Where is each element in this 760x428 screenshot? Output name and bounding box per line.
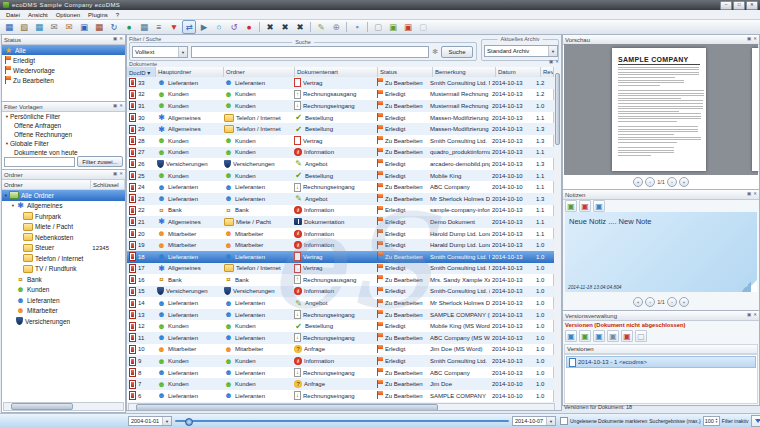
date-from-picker[interactable]: 2004-01-01 ▼	[128, 416, 172, 426]
maximize-button[interactable]: □	[733, 1, 745, 10]
delete-all-icon[interactable]: ✖	[293, 20, 307, 34]
close-button[interactable]: ✕	[746, 1, 758, 10]
results-spinner[interactable]: 100 ▲▼	[703, 416, 720, 426]
show-version-icon[interactable]: ▣	[565, 330, 577, 342]
attachment-icon[interactable]: ⊕	[329, 20, 343, 34]
column-header-datum[interactable]: Datum	[496, 67, 541, 77]
add-document-icon[interactable]: ▣	[386, 20, 400, 34]
table-row[interactable]: 8LieferantenLieferantenRechnungseingangZ…	[127, 367, 554, 379]
column-header-schluessel[interactable]: Schlüssel	[91, 180, 125, 189]
close-icon[interactable]: ✕	[119, 37, 123, 42]
table-row[interactable]: 32KundenKundenRechnungsausgangErledigtMu…	[127, 89, 554, 101]
email-add-icon[interactable]: ✉	[62, 20, 76, 34]
folder-item-bank[interactable]: Bank	[2, 274, 125, 285]
import-version-icon[interactable]: ▣	[593, 330, 605, 342]
search-icon[interactable]: ○	[212, 20, 226, 34]
search-settings-gear-icon[interactable]: ✻	[432, 48, 438, 56]
folder-item-steuer[interactable]: Steuer12345	[2, 243, 125, 254]
save-as-icon[interactable]: ▦	[32, 20, 46, 34]
menu-item-item[interactable]: ?	[112, 12, 123, 18]
float-icon[interactable]: ▣	[113, 104, 117, 109]
table-row[interactable]: 25KundenKundenBestellungErledigtMobile K…	[127, 170, 554, 182]
status-item-alle[interactable]: Alle	[2, 45, 125, 55]
table-row[interactable]: 28KundenKundenVertragZu BearbeitenSmith …	[127, 135, 554, 147]
last-page-button[interactable]: »	[679, 177, 689, 187]
table-row[interactable]: 15VersicherungenVersicherungenInformatio…	[127, 286, 554, 298]
close-icon[interactable]: ✕	[555, 60, 559, 65]
table-row[interactable]: 7KundenKundenAnfrageZu BearbeitenJim Doe…	[127, 378, 554, 390]
table-row[interactable]: 9KundenKundenInformationErledigtSmith Co…	[127, 355, 554, 367]
preview-area[interactable]: SAMPLE COMPANY	[564, 44, 758, 175]
column-header-ordner[interactable]: Ordner	[2, 180, 91, 189]
minimize-button[interactable]: –	[720, 1, 732, 10]
table-row[interactable]: 27KundenKundenInformationZu Bearbeitenqu…	[127, 147, 554, 159]
menu-item-ansicht[interactable]: Ansicht	[24, 12, 52, 18]
folders-hscrollbar[interactable]	[3, 402, 124, 411]
folder-video-icon[interactable]: ▶	[197, 20, 211, 34]
calendar-icon[interactable]: ▦	[92, 20, 106, 34]
delete-icon[interactable]: ✖	[263, 20, 277, 34]
folder-item-fuhrpark[interactable]: Fuhrpark	[2, 211, 125, 222]
folder-item-mitarbeiter[interactable]: Mitarbeiter	[2, 306, 125, 317]
close-icon[interactable]: ✕	[753, 37, 757, 42]
folder-item-miete-pacht[interactable]: Miete / Pacht	[2, 222, 125, 233]
filter-template-pers-nliche-filter[interactable]: ▾Persönliche Filter	[2, 112, 125, 121]
edit-note-icon[interactable]: ▣	[593, 200, 605, 212]
search-input[interactable]	[191, 46, 429, 58]
float-icon[interactable]: ▣	[747, 313, 751, 318]
close-icon[interactable]: ✕	[119, 104, 123, 109]
table-row[interactable]: 10MitarbeiterMitarbeiterAnfrageErledigtJ…	[127, 344, 554, 356]
date-to-picker[interactable]: 2014-10-07 ▼	[512, 416, 556, 426]
versions-list-header[interactable]: Versionen	[564, 344, 758, 354]
scan-icon[interactable]: ▣	[77, 20, 91, 34]
table-row[interactable]: 21AllgemeinesMiete / PachtDokumentationE…	[127, 216, 554, 228]
folder-item-nebenkosten[interactable]: Nebenkosten	[2, 232, 125, 243]
assign-filter-button[interactable]: Filter zuwei...	[77, 156, 123, 167]
first-page-button[interactable]: «	[633, 297, 643, 307]
float-icon[interactable]: ▣	[113, 37, 117, 42]
save-icon[interactable]: ▦	[2, 20, 16, 34]
filter-name-input[interactable]	[4, 157, 75, 167]
column-header-hauptordner[interactable]: Hauptordner	[156, 67, 224, 77]
table-row[interactable]: 23LieferantenLieferantenAngebotZu Bearbe…	[127, 193, 554, 205]
documents-vscrollbar[interactable]	[553, 67, 561, 402]
table-row[interactable]: 17AllgemeinesTelefon / InternetVertragEr…	[127, 263, 554, 275]
search-button[interactable]: Suche	[441, 46, 473, 58]
search-mode-combobox[interactable]: Volltext ▼	[132, 46, 188, 58]
float-icon[interactable]: ▣	[113, 172, 117, 177]
next-page-button[interactable]: ›	[667, 177, 677, 187]
next-page-button[interactable]: ›	[667, 297, 677, 307]
prev-page-button[interactable]: ‹	[645, 297, 655, 307]
table-row[interactable]: 11LieferantenLieferantenRechnungseingang…	[127, 332, 554, 344]
column-header-bemerkung[interactable]: Bemerkung	[433, 67, 496, 77]
table-row[interactable]: 22BankBankInformationErledigtsample-comp…	[127, 205, 554, 217]
connections-icon[interactable]: ⇄	[182, 20, 196, 34]
filter-template-offene-rechnungen[interactable]: Offene Rechnungen	[2, 130, 125, 139]
table-row[interactable]: 16BankBankRechnungsausgangZu BearbeitenM…	[127, 274, 554, 286]
folder-item-tv-rundfunk[interactable]: TV / Rundfunk	[2, 264, 125, 275]
folder-item-allgemeines[interactable]: ▾Allgemeines	[2, 201, 125, 212]
documents-hscrollbar[interactable]	[128, 403, 555, 411]
archive-combobox[interactable]: Standard Archiv ▼	[484, 45, 558, 57]
history-icon[interactable]: ↻	[107, 20, 121, 34]
table-view-icon[interactable]: ▦	[137, 20, 151, 34]
last-page-button[interactable]: »	[679, 297, 689, 307]
table-row[interactable]: 31KundenKundenRechnungseingangZu Bearbei…	[127, 100, 554, 112]
table-row[interactable]: 24LieferantenLieferantenRechnungseingang…	[127, 181, 554, 193]
float-icon[interactable]: ▣	[747, 37, 751, 42]
table-row[interactable]: 29AllgemeinesTelefon / InternetBestellun…	[127, 123, 554, 135]
remove-document-icon[interactable]: ▣	[401, 20, 415, 34]
close-icon[interactable]: ✕	[119, 172, 123, 177]
column-header-dokumentenart[interactable]: Dokumentenart	[295, 67, 378, 77]
blank-document-icon[interactable]: ▢	[416, 20, 430, 34]
delete-note-icon[interactable]: ▣	[579, 200, 591, 212]
add-version-icon[interactable]: ▣	[579, 330, 591, 342]
status-item-erledigt[interactable]: Erledigt	[2, 55, 125, 65]
column-header-ordner[interactable]: Ordner	[224, 67, 295, 77]
email-icon[interactable]: ✉	[47, 20, 61, 34]
open-icon[interactable]: ▧	[17, 20, 31, 34]
menu-item-datei[interactable]: Datei	[2, 12, 24, 18]
status-item-zu-bearbeiten[interactable]: Zu Bearbeiten	[2, 75, 125, 85]
menu-item-plugins[interactable]: Plugins	[84, 12, 112, 18]
close-icon[interactable]: ✕	[753, 192, 757, 197]
